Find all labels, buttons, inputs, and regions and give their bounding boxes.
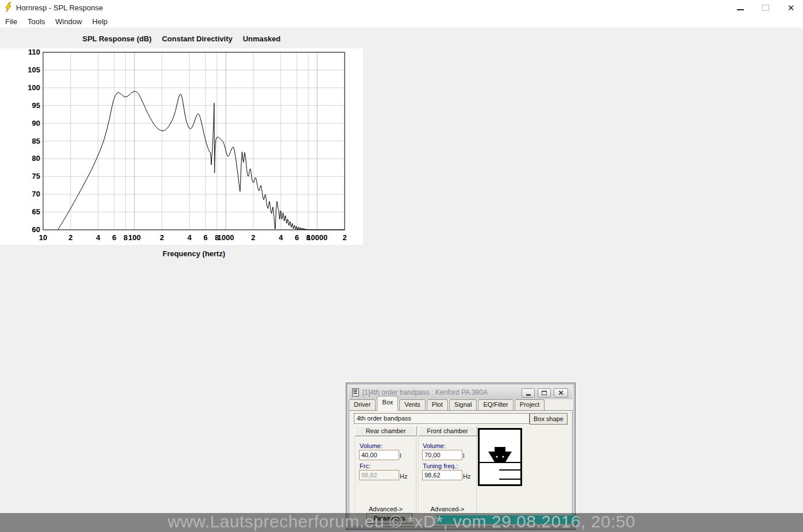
svg-text:2: 2 [160, 233, 164, 242]
rear-chamber-header[interactable]: Rear chamber [355, 426, 416, 435]
document-icon [352, 388, 359, 396]
svg-text:60: 60 [32, 225, 40, 234]
project-window-title: [1]4th order bandpass : Kenford PA 380A [362, 388, 488, 396]
project-window: [1]4th order bandpass : Kenford PA 380A … [346, 383, 576, 530]
tab-project[interactable]: Project [515, 399, 545, 411]
rear-volume-unit: l [400, 452, 401, 459]
spl-x-axis-label: Frequency (hertz) [43, 249, 345, 258]
front-chamber-panel: Volume: l Tuning freq.: Hz Advanced-> [418, 436, 477, 514]
menu-item-tools[interactable]: Tools [22, 17, 50, 26]
svg-text:85: 85 [32, 137, 40, 145]
close-button[interactable]: ✕ [554, 388, 568, 398]
tuning-freq-label: Tuning freq.: [423, 462, 458, 469]
close-button[interactable]: ✕ [782, 2, 800, 13]
front-volume-label: Volume: [423, 442, 446, 449]
svg-text:100: 100 [28, 83, 40, 92]
frc-label: Frc: [360, 462, 370, 469]
maximize-button[interactable] [538, 388, 551, 398]
bandpass-box-drawing [480, 430, 520, 484]
spl-chart-header: SPL Response (dB)Constant DirectivityUnm… [0, 34, 363, 43]
svg-text:6: 6 [112, 233, 116, 242]
tab-signal[interactable]: Signal [449, 399, 477, 411]
svg-text:2: 2 [342, 233, 346, 242]
svg-text:65: 65 [32, 207, 40, 216]
front-chamber-header[interactable]: Front chamber [418, 426, 477, 435]
svg-text:6: 6 [295, 233, 299, 242]
tab-vents[interactable]: Vents [399, 399, 426, 411]
svg-text:6: 6 [203, 233, 207, 242]
hornresp-title: Hornresp - SPL Response [16, 3, 103, 12]
front-volume-unit: l [463, 452, 464, 459]
spl-chart: 6065707580859095100105110102468100246810… [0, 48, 363, 247]
minimize-button[interactable] [732, 2, 749, 13]
tuning-freq-input[interactable] [422, 470, 462, 480]
svg-text:8: 8 [123, 233, 128, 242]
spl-header-segment-0: SPL Response (dB) [83, 34, 152, 43]
svg-text:4: 4 [96, 233, 101, 242]
tab-plot[interactable]: Plot [427, 399, 448, 411]
svg-text:2: 2 [251, 233, 255, 242]
svg-text:70: 70 [32, 190, 40, 198]
svg-text:1000: 1000 [218, 233, 234, 242]
svg-text:4: 4 [187, 233, 192, 242]
hornresp-menubar: FileToolsWindowHelp [0, 15, 803, 28]
front-volume-input[interactable] [422, 450, 462, 460]
tuning-freq-unit: Hz [463, 473, 470, 480]
svg-text:105: 105 [28, 65, 40, 74]
box-shape-button[interactable]: Box shape [530, 413, 567, 425]
tab-driver[interactable]: Driver [349, 399, 376, 411]
svg-text:2: 2 [68, 233, 72, 242]
desktop: ✚ Transfer function magnitude ✕ [1]4th o… [0, 0, 803, 532]
menu-item-window[interactable]: Window [50, 17, 87, 26]
frc-input [359, 470, 399, 480]
menu-item-file[interactable]: File [0, 17, 22, 26]
box-shape-diagram [478, 428, 522, 486]
tab-eq-filter[interactable]: EQ/Filter [478, 399, 513, 411]
svg-text:4: 4 [279, 233, 283, 242]
frc-unit: Hz [400, 473, 407, 480]
watermark-text: www.Lautsprecherforum.eu © *xD*, vom 29.… [0, 512, 803, 531]
svg-text:90: 90 [32, 119, 40, 128]
project-tab-bar: DriverBoxVentsPlotSignalEQ/FilterProject [349, 399, 546, 411]
maximize-button[interactable] [757, 2, 774, 13]
rear-volume-input[interactable] [359, 450, 399, 460]
spl-header-segment-1: Constant Directivity [162, 34, 233, 43]
tab-box[interactable]: Box [377, 396, 398, 411]
menu-item-help[interactable]: Help [87, 17, 113, 26]
project-box-panel: 4th order bandpass Box shape Rear chambe… [349, 410, 573, 527]
svg-text:110: 110 [28, 48, 40, 56]
svg-text:95: 95 [32, 101, 40, 110]
rear-chamber-panel: Volume: l Frc: Hz Advanced-> [355, 436, 416, 514]
svg-text:10: 10 [39, 233, 47, 242]
svg-text:75: 75 [32, 172, 40, 180]
rear-volume-label: Volume: [360, 442, 383, 449]
svg-text:10000: 10000 [307, 233, 327, 242]
svg-text:80: 80 [32, 154, 40, 163]
box-type-field[interactable]: 4th order bandpass [354, 413, 530, 424]
hornresp-titlebar[interactable]: Hornresp - SPL Response ✕ [0, 0, 803, 15]
hornresp-window: Hornresp - SPL Response ✕ FileToolsWindo… [0, 0, 365, 272]
spl-header-segment-2: Unmasked [243, 34, 281, 43]
svg-text:100: 100 [128, 233, 141, 242]
lightning-bolt-icon [5, 2, 13, 13]
minimize-button[interactable] [522, 388, 535, 398]
